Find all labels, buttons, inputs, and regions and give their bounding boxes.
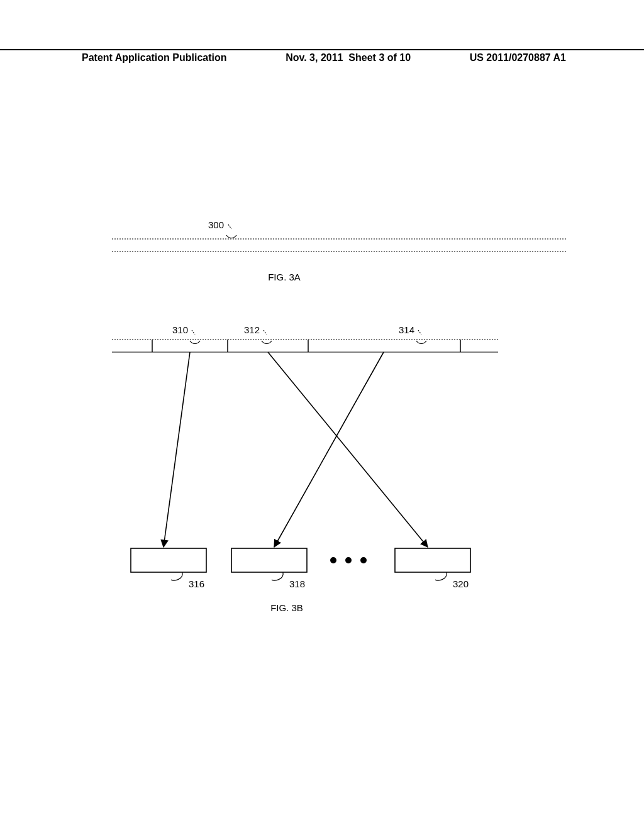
header-center: Nov. 3, 2011 Sheet 3 of 10 [286, 52, 411, 64]
ref-320: 320 [453, 578, 469, 589]
svg-rect-13 [395, 548, 470, 572]
ref-312: 312 [244, 324, 260, 335]
fig3a-label: FIG. 3A [259, 272, 309, 282]
lead-300 [225, 221, 243, 239]
svg-point-16 [360, 557, 367, 563]
fig3a-drawing [0, 226, 644, 277]
svg-rect-12 [231, 548, 307, 572]
svg-line-8 [164, 352, 190, 547]
lead-314 [415, 327, 433, 345]
page-header: Patent Application Publication Nov. 3, 2… [0, 49, 644, 64]
ref-316: 316 [189, 578, 204, 589]
ref-310: 310 [172, 324, 188, 335]
fig3b-label: FIG. 3B [262, 602, 312, 613]
svg-line-10 [274, 352, 384, 547]
header-right: US 2011/0270887 A1 [470, 52, 566, 64]
header-left: Patent Application Publication [82, 52, 227, 64]
ref-314: 314 [399, 324, 414, 335]
fig3b-drawing [0, 327, 644, 629]
svg-rect-11 [131, 548, 206, 572]
lead-310 [189, 327, 206, 345]
svg-point-14 [330, 557, 336, 563]
svg-line-9 [268, 352, 428, 547]
svg-point-15 [345, 557, 352, 563]
ref-300: 300 [208, 219, 224, 230]
ref-318: 318 [289, 578, 305, 589]
lead-312 [260, 327, 278, 345]
